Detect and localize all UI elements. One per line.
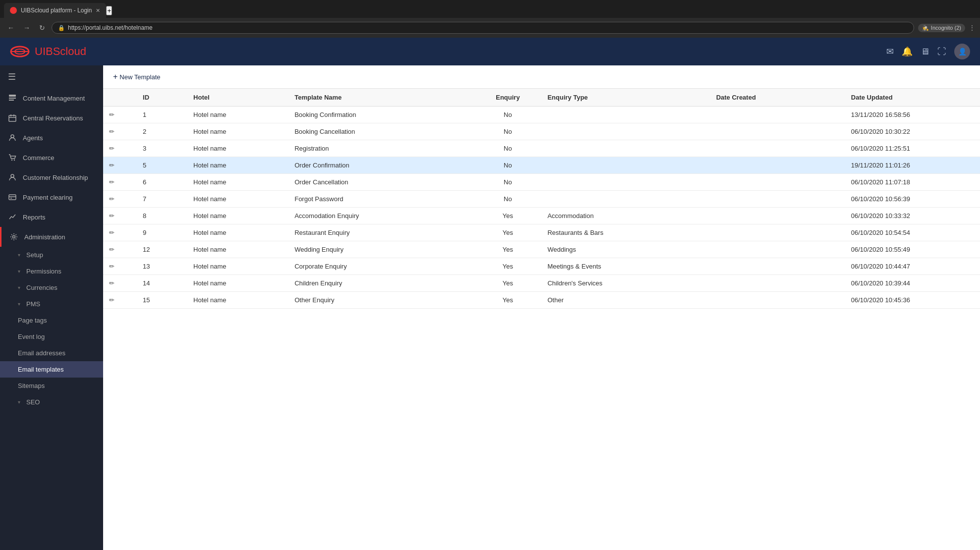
template-name-cell: Booking Cancellation: [288, 123, 474, 140]
table-body: ✏ 1 Hotel name Booking Confirmation No 1…: [103, 107, 980, 309]
browser-menu-icon[interactable]: ⋮: [969, 24, 975, 31]
date-created-cell: [710, 258, 845, 275]
date-updated-cell: 06/10/2020 10:56:39: [845, 191, 980, 208]
sidebar-item-content-management[interactable]: Content Management: [0, 88, 103, 108]
sidebar-item-administration[interactable]: Administration: [0, 227, 103, 247]
address-bar[interactable]: 🔒 https://portal.uibs.net/hotelname: [52, 22, 914, 34]
edit-icon[interactable]: ✏: [109, 162, 115, 169]
sidebar-subitem-sitemaps[interactable]: Sitemaps: [0, 378, 103, 394]
tab-close-button[interactable]: ✕: [96, 7, 100, 14]
new-tab-button[interactable]: +: [106, 6, 112, 15]
edit-icon[interactable]: ✏: [109, 111, 115, 118]
svg-point-10: [11, 135, 14, 138]
edit-icon[interactable]: ✏: [109, 296, 115, 304]
user-avatar[interactable]: 👤: [954, 44, 970, 59]
sidebar-label-payment-clearing: Payment clearing: [23, 194, 72, 201]
expand-icon[interactable]: ⛶: [937, 47, 946, 57]
svg-point-11: [11, 160, 12, 161]
edit-icon[interactable]: ✏: [109, 279, 115, 287]
sidebar-subitem-email-addresses[interactable]: Email addresses: [0, 345, 103, 361]
date-updated-cell: 06/10/2020 10:39:44: [845, 275, 980, 292]
forward-button[interactable]: →: [21, 23, 33, 33]
edit-icon[interactable]: ✏: [109, 246, 115, 253]
enquiry-type-cell: [541, 174, 710, 191]
date-created-cell: [710, 174, 845, 191]
table-row: ✏ 12 Hotel name Wedding Enquiry Yes Wedd…: [103, 241, 980, 258]
template-name-cell: Corporate Enquiry: [288, 258, 474, 275]
bell-icon[interactable]: 🔔: [902, 46, 913, 57]
edit-cell[interactable]: ✏: [103, 292, 137, 309]
sidebar-subitem-permissions[interactable]: ▾ Permissions: [0, 263, 103, 279]
edit-icon[interactable]: ✏: [109, 178, 115, 186]
sidebar-subitem-setup[interactable]: ▾ Setup: [0, 247, 103, 263]
edit-icon[interactable]: ✏: [109, 212, 115, 220]
sidebar-label-customer-relationship: Customer Relationship: [23, 174, 88, 181]
content-area: + New Template ID Hotel Template Name En…: [103, 65, 980, 550]
sidebar-item-commerce[interactable]: Commerce: [0, 148, 103, 167]
date-updated-cell: 06/10/2020 10:44:47: [845, 258, 980, 275]
date-created-cell: [710, 157, 845, 174]
new-template-button[interactable]: + New Template: [113, 72, 160, 81]
sidebar-subitem-event-log[interactable]: Event log: [0, 329, 103, 345]
date-created-cell: [710, 224, 845, 241]
date-created-cell: [710, 292, 845, 309]
edit-cell[interactable]: ✏: [103, 241, 137, 258]
hotel-cell: Hotel name: [187, 140, 288, 157]
col-header-enquiry-type: Enquiry Type: [541, 89, 710, 107]
hamburger-button[interactable]: ☰: [0, 65, 103, 88]
sidebar-subitem-pms[interactable]: ▾ PMS: [0, 296, 103, 312]
url-text: https://portal.uibs.net/hotelname: [68, 24, 153, 31]
edit-cell[interactable]: ✏: [103, 191, 137, 208]
sidebar-item-reports[interactable]: Reports: [0, 207, 103, 227]
table-row: ✏ 6 Hotel name Order Cancellation No 06/…: [103, 174, 980, 191]
sidebar-subitem-currencies[interactable]: ▾ Currencies: [0, 279, 103, 296]
sidebar-item-payment-clearing[interactable]: Payment clearing: [0, 187, 103, 207]
date-created-cell: [710, 208, 845, 224]
enquiry-cell: No: [474, 140, 541, 157]
svg-rect-6: [9, 115, 16, 121]
sidebar-item-customer-relationship[interactable]: Customer Relationship: [0, 167, 103, 187]
edit-cell[interactable]: ✏: [103, 123, 137, 140]
id-cell: 3: [137, 140, 187, 157]
edit-cell[interactable]: ✏: [103, 208, 137, 224]
template-name-cell: Children Enquiry: [288, 275, 474, 292]
edit-icon[interactable]: ✏: [109, 229, 115, 236]
sidebar-subitem-seo[interactable]: ▾ SEO: [0, 394, 103, 410]
sidebar-subitem-page-tags[interactable]: Page tags: [0, 312, 103, 329]
edit-cell[interactable]: ✏: [103, 224, 137, 241]
incognito-badge: 🕵 Incognito (2): [918, 24, 965, 32]
edit-cell[interactable]: ✏: [103, 157, 137, 174]
monitor-icon[interactable]: 🖥: [921, 47, 929, 57]
logo-suffix: cloud: [60, 45, 86, 57]
col-header-enquiry: Enquiry: [474, 89, 541, 107]
date-created-cell: [710, 275, 845, 292]
sidebar-subitem-label-page-tags: Page tags: [18, 317, 47, 324]
edit-icon[interactable]: ✏: [109, 263, 115, 270]
template-name-cell: Registration: [288, 140, 474, 157]
id-cell: 8: [137, 208, 187, 224]
edit-cell[interactable]: ✏: [103, 140, 137, 157]
hotel-cell: Hotel name: [187, 275, 288, 292]
sidebar-subitem-email-templates[interactable]: Email templates: [0, 361, 103, 378]
sidebar-item-agents[interactable]: Agents: [0, 128, 103, 148]
refresh-button[interactable]: ↻: [37, 23, 48, 33]
edit-cell[interactable]: ✏: [103, 258, 137, 275]
edit-icon[interactable]: ✏: [109, 128, 115, 135]
template-name-cell: Other Enquiry: [288, 292, 474, 309]
table-row: ✏ 1 Hotel name Booking Confirmation No 1…: [103, 107, 980, 123]
back-button[interactable]: ←: [5, 23, 17, 33]
edit-cell[interactable]: ✏: [103, 107, 137, 123]
edit-icon[interactable]: ✏: [109, 145, 115, 152]
edit-cell[interactable]: ✏: [103, 174, 137, 191]
id-cell: 1: [137, 107, 187, 123]
edit-cell[interactable]: ✏: [103, 275, 137, 292]
sidebar-item-central-reservations[interactable]: Central Reservations: [0, 108, 103, 128]
table-row: ✏ 14 Hotel name Children Enquiry Yes Chi…: [103, 275, 980, 292]
edit-icon[interactable]: ✏: [109, 195, 115, 203]
app-header: UIBScloud ✉ 🔔 🖥 ⛶ 👤: [0, 38, 980, 65]
enquiry-type-cell: [541, 191, 710, 208]
browser-tab[interactable]: UIBScloud platform - Login ✕: [4, 3, 106, 18]
sidebar-subitem-label-email-addresses: Email addresses: [18, 349, 65, 357]
mail-icon[interactable]: ✉: [886, 46, 894, 57]
table-row: ✏ 8 Hotel name Accomodation Enquiry Yes …: [103, 208, 980, 224]
